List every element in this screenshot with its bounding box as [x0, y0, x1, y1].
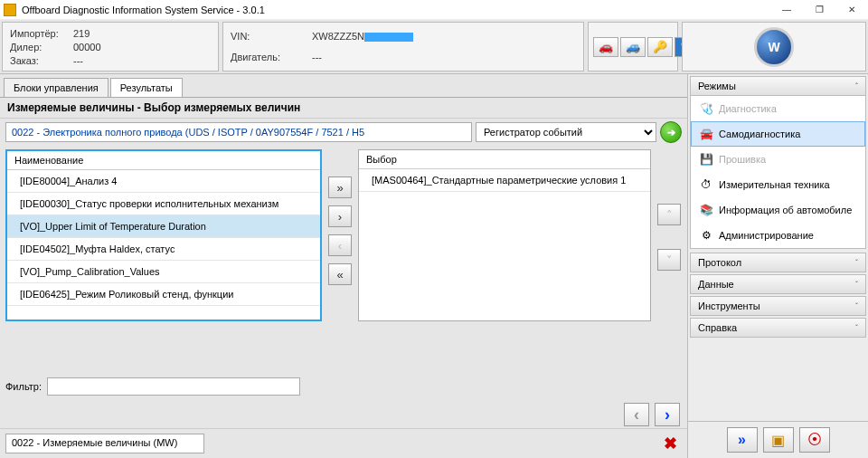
mode-icon: ⚙	[699, 228, 713, 243]
mode-label: Измерительная техника	[719, 179, 830, 190]
selected-list-header: Выбор	[359, 150, 650, 169]
mode-item[interactable]: ⏱Измерительная техника	[691, 172, 865, 197]
mode-label: Диагностика	[719, 103, 777, 114]
modes-header[interactable]: Режимыˆ	[691, 77, 865, 96]
prev-button[interactable]: ‹	[624, 403, 649, 426]
side-footer: » ▣ ⦿	[688, 421, 868, 458]
header: Импортёр:219 Дилер:00000 Заказ:--- VIN:X…	[0, 20, 868, 74]
list-item[interactable]: [VO]_Upper Limit of Temperature Duration	[7, 215, 320, 238]
engine-value: ---	[312, 52, 493, 62]
mode-icon: ⏱	[699, 177, 713, 192]
side-panel: Режимыˆ 🩺Диагностика🚘Самодиагностика💾Про…	[687, 74, 868, 458]
nocar-icon[interactable]: 🚙	[620, 37, 646, 57]
status-text: 0022 - Измеряемые величины (MW)	[5, 434, 204, 453]
move-all-right-button[interactable]: »	[328, 177, 352, 198]
side-section: Справкаˇ	[690, 318, 866, 338]
mode-label: Информация об автомобиле	[719, 205, 852, 215]
header-toolbar: 🚗 🚙 🔑 🔌	[588, 22, 678, 72]
move-up-button[interactable]: ˄	[657, 204, 681, 225]
importer-value: 219	[73, 28, 90, 39]
window-minimize[interactable]: —	[770, 0, 803, 20]
mode-icon: 💾	[699, 152, 713, 167]
footer-forward-button[interactable]: »	[727, 427, 758, 453]
mode-item[interactable]: 🚘Самодиагностика	[691, 121, 865, 147]
side-section: Инструментыˇ	[690, 296, 866, 316]
car-icon[interactable]: 🚗	[593, 37, 618, 57]
chevron-down-icon: ˇ	[855, 323, 858, 332]
available-list: Наименование [IDE80004]_Анализ 4[IDE0003…	[5, 149, 322, 321]
available-list-body[interactable]: [IDE80004]_Анализ 4[IDE00030]_Статус про…	[7, 170, 320, 320]
selected-list-body[interactable]: [MAS00464]_Стандартные параметрические у…	[359, 169, 650, 320]
chevron-down-icon: ˇ	[855, 280, 858, 289]
key-icon[interactable]: 🔑	[647, 37, 673, 57]
dealer-value: 00000	[73, 42, 101, 52]
app-icon	[4, 4, 16, 16]
window-close[interactable]: ✕	[835, 0, 868, 20]
section-header[interactable]: Данныеˇ	[691, 275, 865, 293]
brand-logo-panel: W	[682, 22, 866, 72]
section-header[interactable]: Справкаˇ	[691, 319, 865, 337]
dealer-label: Дилер:	[10, 42, 73, 52]
list-item[interactable]: [IDE06425]_Режим Роликовый стенд, функци…	[7, 283, 320, 306]
filter-label: Фильтр:	[5, 381, 42, 392]
window-maximize[interactable]: ❐	[803, 0, 835, 20]
list-item[interactable]: [IDE00030]_Статус проверки исполнительны…	[7, 193, 320, 215]
order-label: Заказ:	[10, 55, 73, 66]
side-section: Данныеˇ	[690, 274, 866, 294]
window-title: Offboard Diagnostic Information System S…	[22, 5, 770, 15]
mode-item[interactable]: ⚙Администрирование	[691, 223, 865, 248]
mode-label: Самодиагностика	[719, 129, 800, 139]
mode-combo[interactable]: Регистратор событий	[476, 122, 656, 142]
list-item[interactable]: [IDE04502]_Муфта Haldex, статус	[7, 238, 320, 261]
next-button[interactable]: ›	[655, 403, 680, 426]
move-right-button[interactable]: ›	[328, 205, 352, 227]
mode-icon: 📚	[699, 203, 713, 217]
mode-label: Прошивка	[719, 154, 766, 165]
control-unit-description: 0022 - Электроника полного привода (UDS …	[5, 122, 472, 142]
vw-logo-icon: W	[754, 27, 794, 67]
engine-label: Двигатель:	[231, 52, 312, 62]
move-all-left-button[interactable]: «	[328, 263, 352, 285]
vin-value: XW8ZZZ5N	[312, 31, 493, 42]
footer-stop-button[interactable]: ⦿	[799, 427, 830, 453]
mode-icon: 🚘	[699, 127, 713, 141]
move-left-button[interactable]: ‹	[328, 234, 352, 256]
tab-control-units[interactable]: Блоки управления	[4, 78, 108, 97]
status-close-icon[interactable]: ✖	[658, 433, 682, 454]
filter-input[interactable]	[47, 377, 300, 396]
titlebar: Offboard Diagnostic Information System S…	[0, 0, 868, 20]
importer-panel: Импортёр:219 Дилер:00000 Заказ:---	[2, 22, 219, 72]
chevron-up-icon: ˆ	[855, 81, 858, 91]
vin-panel: VIN:XW8ZZZ5N Двигатель:---	[222, 22, 584, 72]
footer-expand-button[interactable]: ▣	[763, 427, 794, 453]
go-button[interactable]: ➔	[660, 121, 682, 143]
page-title: Измеряемые величины - Выбор измеряемых в…	[0, 97, 687, 119]
move-down-button[interactable]: ˅	[657, 249, 681, 271]
order-value: ---	[73, 55, 83, 66]
importer-label: Импортёр:	[10, 28, 73, 39]
list-item[interactable]: [IDE80004]_Анализ 4	[7, 170, 320, 193]
tab-results[interactable]: Результаты	[110, 78, 183, 97]
tabs: Блоки управления Результаты	[0, 74, 687, 97]
mode-item[interactable]: 📚Информация об автомобиле	[691, 197, 865, 223]
available-list-header: Наименование	[7, 151, 320, 170]
list-item[interactable]: [VO]_Pump_Calibration_Values	[7, 261, 320, 283]
list-item[interactable]: [MAS00464]_Стандартные параметрические у…	[359, 169, 650, 192]
mode-icon: 🩺	[699, 101, 713, 116]
chevron-down-icon: ˇ	[855, 258, 858, 267]
section-header[interactable]: Протоколˇ	[691, 253, 865, 272]
vin-redacted	[364, 33, 413, 42]
vin-label: VIN:	[231, 31, 312, 42]
selected-list: Выбор [MAS00464]_Стандартные параметриче…	[358, 149, 651, 321]
mode-item: 🩺Диагностика	[691, 96, 865, 121]
side-section: Протоколˇ	[690, 253, 866, 272]
chevron-down-icon: ˇ	[855, 301, 858, 310]
mode-item: 💾Прошивка	[691, 147, 865, 172]
section-header[interactable]: Инструментыˇ	[691, 297, 865, 315]
mode-label: Администрирование	[719, 230, 814, 241]
modes-accordion: Режимыˆ 🩺Диагностика🚘Самодиагностика💾Про…	[690, 76, 866, 249]
